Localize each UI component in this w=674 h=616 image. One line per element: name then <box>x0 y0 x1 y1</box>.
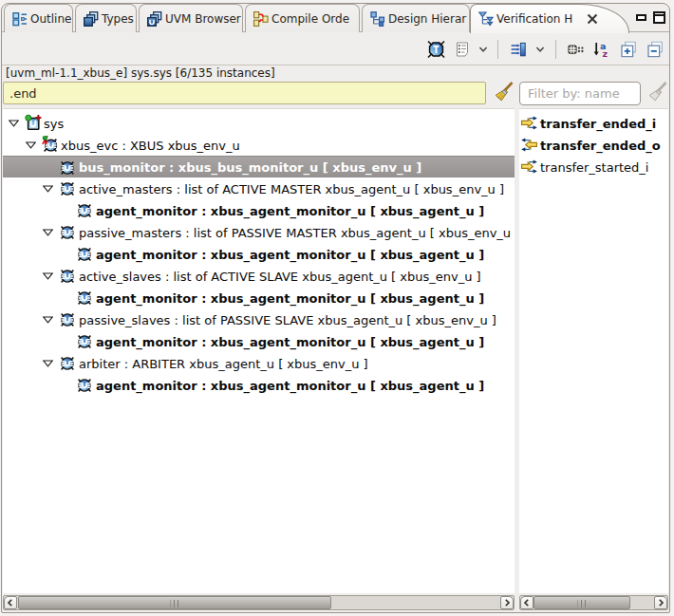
tree-row[interactable]: sys <box>3 112 515 134</box>
tab-label: Outline <box>30 12 71 26</box>
tree-row[interactable]: agent_monitor : xbus_agent_monitor_u [ x… <box>3 199 515 221</box>
list-item[interactable]: transfer_ended_i <box>519 112 668 134</box>
tree-row-label: agent_monitor : xbus_agent_monitor_u [ x… <box>96 203 484 217</box>
tab-uvm-browser[interactable]: UVM Browser <box>139 4 243 32</box>
tree-row-label: active_slaves : list of ACTIVE SLAVE xbu… <box>79 269 481 283</box>
unit-icon <box>59 159 76 177</box>
hierarchy-breadcrumb: [uvm_ml-1.1_xbus_e] sys.sys [6/135 insta… <box>6 66 575 83</box>
toolbar-separator <box>555 40 556 59</box>
tree-row-label: arbiter : ARBITER xbus_agent_u [ xbus_en… <box>79 356 368 370</box>
tree-row[interactable]: agent_monitor : xbus_agent_monitor_u [ x… <box>3 374 515 396</box>
tab-verification-hierarchy[interactable]: Verification H <box>470 4 629 33</box>
expander-icon[interactable] <box>9 120 19 127</box>
unit-icon <box>59 267 76 285</box>
verification-hierarchy-icon <box>478 11 494 27</box>
outline-icon <box>12 11 28 27</box>
scrollbar-thumb[interactable] <box>18 596 331 609</box>
tree-row[interactable]: agent_monitor : xbus_agent_monitor_u [ x… <box>3 287 515 308</box>
ports-icon[interactable] <box>568 42 584 57</box>
type-filter-icon[interactable] <box>427 40 445 58</box>
port-label: transfer_ended_i <box>540 116 656 130</box>
scroll-right-button[interactable] <box>654 596 667 609</box>
scroll-left-button[interactable] <box>520 596 534 609</box>
expander-icon[interactable] <box>43 185 53 193</box>
tree-row-label: agent_monitor : xbus_agent_monitor_u [ x… <box>96 247 484 261</box>
tab-label: Verification H <box>496 12 572 26</box>
env-unit-icon <box>42 136 59 154</box>
chevron-down-icon[interactable] <box>478 46 488 53</box>
list-item[interactable]: transfer_started_i <box>519 156 668 177</box>
collapse-all-icon[interactable] <box>647 41 664 57</box>
scrollbar-row <box>2 593 669 611</box>
close-icon[interactable] <box>587 13 598 25</box>
tree-horizontal-scrollbar[interactable] <box>3 595 515 610</box>
types-icon <box>84 11 99 27</box>
name-filter-input[interactable] <box>519 82 641 105</box>
minimize-button[interactable] <box>636 14 646 21</box>
chevron-down-icon[interactable] <box>535 46 545 53</box>
tree-row[interactable]: passive_slaves : list of PASSIVE SLAVE x… <box>3 308 515 330</box>
tab-compile-order[interactable]: Compile Orde <box>245 4 360 32</box>
expander-icon[interactable] <box>43 229 53 236</box>
unit-icon <box>59 354 76 372</box>
ports-panel: transfer_ended_i transfer_ended_o transf… <box>519 108 668 593</box>
path-filter-input[interactable] <box>3 82 486 104</box>
scroll-left-button[interactable] <box>4 596 17 609</box>
toolbar-separator <box>497 40 498 59</box>
tree-row-label: sys <box>44 116 64 130</box>
tab-types[interactable]: Types <box>75 4 137 32</box>
tree-row-label: agent_monitor : xbus_agent_monitor_u [ x… <box>96 334 484 348</box>
tree-row[interactable]: agent_monitor : xbus_agent_monitor_u [ x… <box>3 330 515 352</box>
expander-icon[interactable] <box>43 272 53 280</box>
hierarchy-tree: sys xbus_evc : XBUS xbus_env_u bus_monit… <box>3 112 515 396</box>
tree-row-label: bus_monitor : xbus_bus_monitor_u [ xbus_… <box>79 160 421 175</box>
unit-icon <box>76 245 93 263</box>
view-toolbar <box>2 33 669 65</box>
content-panels: sys xbus_evc : XBUS xbus_env_u bus_monit… <box>2 108 669 593</box>
tree-row-label: active_masters : list of ACTIVE MASTER x… <box>79 181 504 196</box>
tree-row-selected[interactable]: bus_monitor : xbus_bus_monitor_u [ xbus_… <box>3 156 515 177</box>
tab-label: UVM Browser <box>165 12 241 26</box>
expand-all-icon[interactable] <box>621 41 637 57</box>
unit-icon <box>59 223 76 241</box>
unit-icon <box>76 332 93 350</box>
filter-settings-icon[interactable] <box>511 42 526 57</box>
expander-icon[interactable] <box>26 141 36 149</box>
scrollbar-grip <box>171 600 179 607</box>
sys-unit-icon <box>25 114 42 132</box>
scrollbar-grip <box>578 600 587 607</box>
view-menu-icon[interactable] <box>455 42 470 57</box>
tab-label: Design Hierar <box>388 12 466 26</box>
tree-row[interactable]: active_masters : list of ACTIVE MASTER x… <box>3 177 515 199</box>
tab-outline[interactable]: Outline <box>4 4 73 32</box>
filter-row <box>2 82 669 108</box>
tab-label: Compile Orde <box>271 12 349 26</box>
tab-label: Types <box>102 12 134 26</box>
tab-design-hierarchy[interactable]: Design Hierar <box>362 4 470 32</box>
uvm-browser-icon <box>147 11 162 27</box>
expander-icon[interactable] <box>43 316 53 324</box>
tree-row[interactable]: xbus_evc : XBUS xbus_env_u <box>3 134 515 156</box>
scrollbar-thumb[interactable] <box>534 596 630 609</box>
tree-row-label: agent_monitor : xbus_agent_monitor_u [ x… <box>96 290 484 305</box>
clear-path-broom-icon[interactable] <box>491 80 515 104</box>
list-item[interactable]: transfer_ended_o <box>519 134 668 156</box>
hierarchy-tree-panel: sys xbus_evc : XBUS xbus_env_u bus_monit… <box>3 108 515 593</box>
tree-row[interactable]: arbiter : ARBITER xbus_agent_u [ xbus_en… <box>3 352 515 374</box>
tree-row[interactable]: passive_masters : list of PASSIVE MASTER… <box>3 221 515 243</box>
tree-row-label: xbus_evc : XBUS xbus_env_u <box>61 138 240 152</box>
sort-az-icon[interactable] <box>593 41 608 57</box>
maximize-button[interactable] <box>653 11 665 24</box>
window-controls <box>636 10 665 24</box>
view-window: Outline Types UVM Browser Compile Orde D… <box>1 3 670 613</box>
scroll-right-button[interactable] <box>500 596 514 609</box>
scroll-left-icon <box>522 598 532 607</box>
tree-row-label: agent_monitor : xbus_agent_monitor_u [ x… <box>96 378 484 392</box>
out-port-icon <box>521 138 537 152</box>
toolbar-divider <box>2 65 669 65</box>
tree-row[interactable]: active_slaves : list of ACTIVE SLAVE xbu… <box>3 265 515 287</box>
scroll-right-icon <box>502 598 512 607</box>
tree-row[interactable]: agent_monitor : xbus_agent_monitor_u [ x… <box>3 243 515 265</box>
expander-icon[interactable] <box>43 360 53 367</box>
ports-horizontal-scrollbar[interactable] <box>519 595 668 610</box>
